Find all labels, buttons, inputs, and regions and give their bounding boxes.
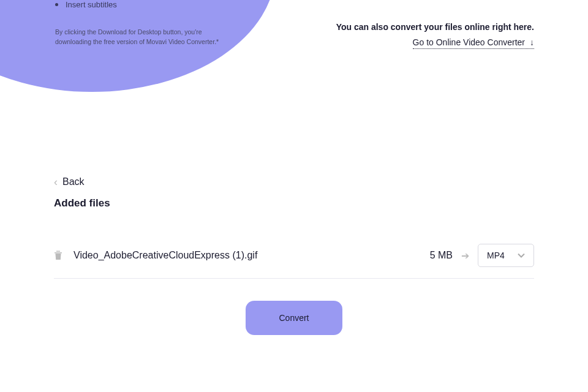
svg-rect-1 xyxy=(56,251,60,252)
format-select[interactable]: MP4 xyxy=(478,244,534,267)
file-name: Video_AdobeCreativeCloudExpress (1).gif xyxy=(74,250,430,261)
online-convert-link[interactable]: Go to Online Video Converter ↓ xyxy=(413,37,534,49)
chevron-left-icon: ‹ xyxy=(54,176,58,187)
feature-bullet: Insert subtitles xyxy=(55,0,219,9)
online-convert-link-label: Go to Online Video Converter xyxy=(413,37,525,47)
arrow-right-icon: ➔ xyxy=(461,250,469,262)
trash-icon[interactable] xyxy=(54,251,62,260)
disclaimer: By clicking the Download for Desktop but… xyxy=(55,28,219,47)
file-row: Video_AdobeCreativeCloudExpress (1).gif … xyxy=(54,244,534,279)
back-link[interactable]: ‹ Back xyxy=(54,176,85,187)
disclaimer-line: By clicking the Download for Desktop but… xyxy=(55,28,219,37)
online-convert-text: You can also convert your files online r… xyxy=(336,22,534,32)
back-label: Back xyxy=(62,176,85,187)
convert-button[interactable]: Convert xyxy=(246,301,342,335)
section-heading: Added files xyxy=(54,197,534,209)
arrow-down-icon: ↓ xyxy=(530,37,534,47)
file-size: 5 MB xyxy=(430,250,453,261)
hero-content: Insert subtitles By clicking the Downloa… xyxy=(55,0,219,47)
feature-text: Insert subtitles xyxy=(66,0,117,9)
disclaimer-line: downloading the free version of Movavi V… xyxy=(55,37,219,47)
format-label: MP4 xyxy=(487,251,505,260)
bullet-icon xyxy=(55,3,58,6)
chevron-down-icon xyxy=(518,253,525,258)
svg-rect-0 xyxy=(55,252,62,254)
online-convert-section: You can also convert your files online r… xyxy=(336,22,534,49)
main-section: ‹ Back Added files Video_AdobeCreativeCl… xyxy=(54,176,534,335)
